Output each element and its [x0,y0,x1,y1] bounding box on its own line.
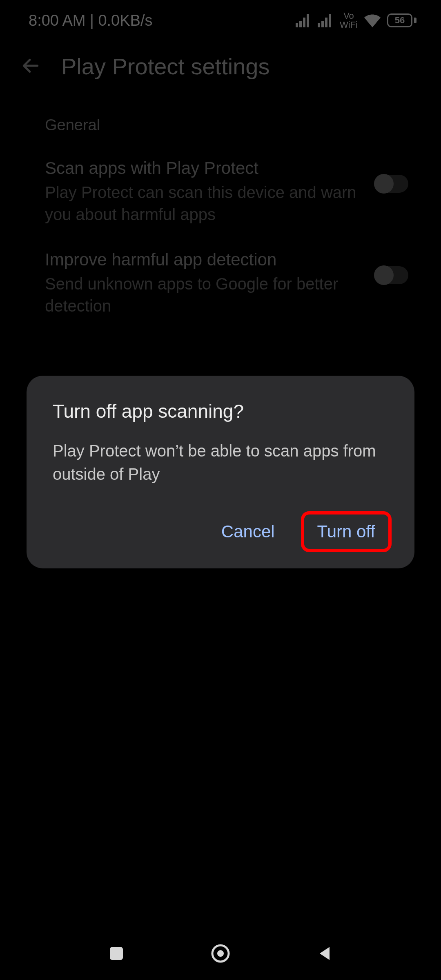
turn-off-button[interactable]: Turn off [304,514,388,549]
dialog-title: Turn off app scanning? [53,400,388,422]
svg-point-10 [217,950,224,957]
cancel-button[interactable]: Cancel [208,514,288,549]
home-icon[interactable] [210,943,231,964]
dialog-actions: Cancel Turn off [53,514,388,549]
back-nav-icon[interactable] [316,945,333,962]
confirm-dialog: Turn off app scanning? Play Protect won’… [27,376,414,568]
nav-bar [0,927,441,980]
dialog-body: Play Protect won’t be able to scan apps … [53,439,388,486]
svg-rect-8 [110,947,123,960]
recent-apps-icon[interactable] [108,945,125,962]
